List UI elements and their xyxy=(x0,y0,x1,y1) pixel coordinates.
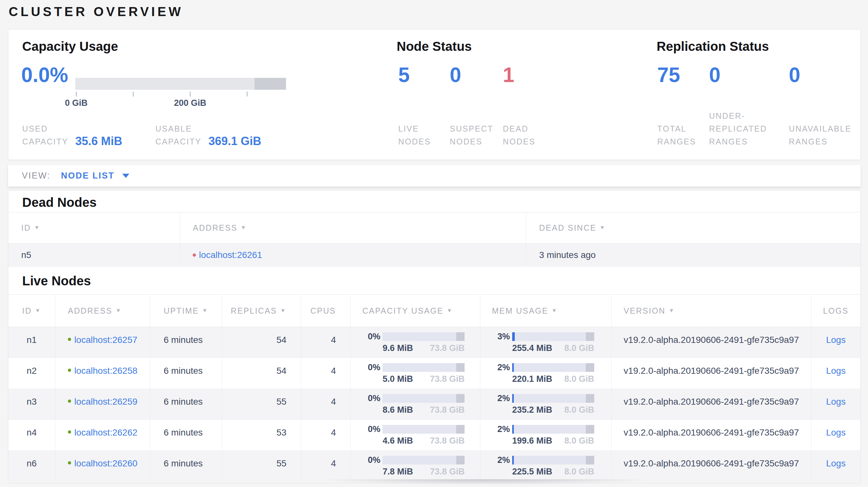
node-address-link[interactable]: localhost:26260 xyxy=(74,451,137,469)
logs-link[interactable]: Logs xyxy=(826,458,846,481)
capacity-usage-cell: 0% 5.0 MiB 73.8 GiB xyxy=(350,358,480,389)
chevron-down-icon xyxy=(122,174,129,178)
bar-dark-segment xyxy=(586,332,594,341)
uptime-cell: 6 minutes xyxy=(150,358,222,389)
logs-link[interactable]: Logs xyxy=(826,335,846,358)
mem-percent: 2% xyxy=(492,362,510,372)
view-dropdown-value[interactable]: NODE LIST xyxy=(61,171,115,181)
suspect-nodes-count: 0 xyxy=(450,63,461,87)
capacity-percent: 0% xyxy=(362,393,380,403)
dead-nodes-label: DEAD NODES xyxy=(503,122,535,148)
sort-arrow-icon: ▼ xyxy=(551,307,558,314)
live-status-icon xyxy=(68,461,71,464)
live-node-row: n1 localhost:26257 6 minutes 54 4 0% 9.6… xyxy=(8,327,860,358)
usable-capacity-value: 369.1 GiB xyxy=(209,134,261,148)
axis-tick xyxy=(133,92,133,97)
node-address-cell: localhost:26259 xyxy=(55,389,150,419)
column-header-id[interactable]: ID ▼ xyxy=(8,212,180,243)
dead-status-icon xyxy=(193,254,196,257)
node-status-heading: Node Status xyxy=(397,39,472,54)
live-nodes-count: 5 xyxy=(398,63,410,87)
column-header-mem-usage[interactable]: MEM USAGE ▼ xyxy=(480,295,611,327)
uptime-cell: 6 minutes xyxy=(150,327,222,358)
column-header-cpus[interactable]: CPUS xyxy=(301,295,350,327)
node-address-cell: localhost:26261 xyxy=(180,244,526,266)
capacity-used-value: 8.6 MiB xyxy=(382,405,413,415)
capacity-usage-cell: 0% 9.6 MiB 73.8 GiB xyxy=(350,327,480,358)
capacity-bar: 0 GiB 200 GiB xyxy=(75,78,286,109)
logs-link[interactable]: Logs xyxy=(826,366,846,389)
mem-usage-cell: 2% 199.6 MiB 8.0 GiB xyxy=(480,420,611,450)
suspect-nodes-label: SUSPECT NODES xyxy=(450,122,494,148)
column-header-uptime[interactable]: UPTIME ▼ xyxy=(150,295,222,327)
logs-cell: Logs xyxy=(811,451,860,481)
bar-dark-segment xyxy=(586,425,594,433)
view-bar: VIEW: NODE LIST xyxy=(8,165,861,187)
node-address-link[interactable]: localhost:26262 xyxy=(74,420,137,438)
mem-usage-cell: 3% 255.4 MiB 8.0 GiB xyxy=(480,327,611,358)
mem-usage-cell: 2% 225.5 MiB 8.0 GiB xyxy=(480,451,611,481)
capacity-bar xyxy=(382,394,465,403)
mem-total-value: 8.0 GiB xyxy=(564,343,594,353)
node-address-link[interactable]: localhost:26257 xyxy=(74,327,137,345)
sort-arrow-icon: ▼ xyxy=(35,307,41,314)
column-header-replicas[interactable]: REPLICAS ▼ xyxy=(222,295,301,327)
axis-tick xyxy=(190,92,190,97)
node-address-link[interactable]: localhost:26261 xyxy=(199,250,262,260)
capacity-bar-reserved-segment xyxy=(254,78,286,90)
capacity-total-value: 73.8 GiB xyxy=(430,374,465,384)
logs-link[interactable]: Logs xyxy=(826,397,846,419)
logs-link[interactable]: Logs xyxy=(826,427,846,450)
view-dropdown[interactable]: NODE LIST xyxy=(61,171,130,181)
column-header-version[interactable]: VERSION ▼ xyxy=(611,295,811,327)
mem-total-value: 8.0 GiB xyxy=(564,405,594,415)
mem-percent: 2% xyxy=(492,455,510,465)
node-id-cell: n2 xyxy=(8,358,55,389)
replication-status-heading: Replication Status xyxy=(657,39,769,54)
live-node-row: n6 localhost:26260 6 minutes 55 4 0% 7.8… xyxy=(8,451,860,482)
mem-used-value: 255.4 MiB xyxy=(512,343,552,353)
column-header-dead-since[interactable]: DEAD SINCE ▼ xyxy=(526,212,860,243)
dead-nodes-table-header: ID ▼ ADDRESS ▼ DEAD SINCE ▼ xyxy=(8,212,860,244)
bar-dark-segment xyxy=(456,394,465,403)
node-id-cell: n3 xyxy=(8,389,55,419)
capacity-usage-heading: Capacity Usage xyxy=(22,39,118,54)
node-address-cell: localhost:26262 xyxy=(55,420,150,450)
axis-tick xyxy=(76,92,76,97)
bar-dark-segment xyxy=(456,456,465,464)
capacity-axis: 0 GiB 200 GiB xyxy=(75,90,286,109)
used-capacity-label: USED CAPACITY xyxy=(22,122,68,148)
live-node-row: n4 localhost:26262 6 minutes 53 4 0% 4.6… xyxy=(8,420,860,451)
sort-arrow-icon: ▼ xyxy=(241,225,247,231)
capacity-percent: 0% xyxy=(362,424,380,434)
mem-bar xyxy=(512,456,594,464)
capacity-usage-cell: 0% 7.8 MiB 73.8 GiB xyxy=(350,451,480,481)
capacity-total-value: 73.8 GiB xyxy=(430,343,465,353)
unavailable-ranges-count: 0 xyxy=(789,63,800,87)
node-address-link[interactable]: localhost:26258 xyxy=(74,358,137,376)
version-cell: v19.2.0-alpha.20190606-2491-gfe735c9a97 xyxy=(611,389,811,419)
column-header-address[interactable]: ADDRESS ▼ xyxy=(180,212,526,243)
cluster-overview-page: CLUSTER OVERVIEW Capacity Usage 0.0% 0 G… xyxy=(0,0,868,487)
uptime-cell: 6 minutes xyxy=(150,389,222,419)
cpus-cell: 4 xyxy=(301,327,350,358)
unavailable-ranges-label: UNAVAILABLE RANGES xyxy=(789,122,851,148)
capacity-bar xyxy=(382,332,465,341)
sort-arrow-icon: ▼ xyxy=(202,307,208,314)
mem-percent: 2% xyxy=(492,393,510,403)
bar-fill xyxy=(512,425,514,433)
dead-node-row: n5 localhost:26261 3 minutes ago xyxy=(8,244,860,267)
live-status-icon xyxy=(68,369,71,372)
mem-used-value: 235.2 MiB xyxy=(512,405,552,415)
uptime-cell: 6 minutes xyxy=(150,420,222,450)
capacity-used-value: 7.8 MiB xyxy=(382,467,413,477)
node-address-link[interactable]: localhost:26259 xyxy=(74,389,137,407)
capacity-percent: 0% xyxy=(362,455,380,465)
capacity-percent: 0% xyxy=(362,362,380,372)
node-id-cell: n5 xyxy=(8,244,180,266)
sort-arrow-icon: ▼ xyxy=(600,225,606,231)
column-header-id[interactable]: ID ▼ xyxy=(8,295,55,327)
column-header-address[interactable]: ADDRESS ▼ xyxy=(55,295,150,327)
nodes-tables-card: Dead Nodes ID ▼ ADDRESS ▼ DEAD SINCE ▼ n… xyxy=(8,190,861,483)
column-header-capacity-usage[interactable]: CAPACITY USAGE ▼ xyxy=(350,295,480,327)
